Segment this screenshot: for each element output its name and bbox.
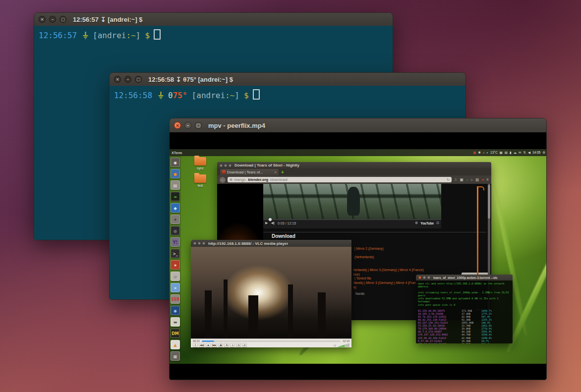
prompt-time: 12:56:57 [39, 31, 77, 40]
adblock-icon: ● [481, 177, 484, 182]
vlc-window-title: http://192.168.1.6:8888/ - VLC media pla… [208, 241, 288, 246]
peer-ip: 125.54.114.54:51413 [418, 342, 462, 343]
settings-button: ≣ [224, 343, 229, 347]
close-icon [220, 164, 223, 167]
settings-gear-icon: ⚙ [415, 221, 418, 225]
home-icon: ⌂ [470, 177, 473, 182]
new-tab-icon: + [281, 169, 284, 175]
system-tray: ▦✱♪◐13°C▩▤▮☁✉⇅◀14:05⚙ [473, 149, 545, 156]
launcher-text-editor: ▱ [171, 272, 180, 281]
session-gear-icon: ⚙ [542, 149, 545, 156]
launcher-trash: ▦ [171, 351, 180, 361]
panel-app-name: XTerm [172, 151, 182, 155]
minimize-icon [224, 164, 227, 167]
maximize-button[interactable]: □ [195, 122, 202, 129]
brightness-icon: ◐ [486, 149, 488, 156]
elapsed-time: 00:22 [193, 339, 200, 342]
menu-icon: ≡ [486, 177, 489, 182]
tower-silhouette [318, 292, 326, 338]
tower-silhouette [205, 290, 212, 338]
ground-symbol-icon [82, 32, 89, 39]
prompt-bracket: ] [136, 31, 141, 40]
shuffle-button: ⇄ [242, 343, 247, 347]
folder-label: test [192, 184, 209, 187]
mirror-link: (Netherlands) [354, 255, 374, 259]
youtube-logo: YouTube [420, 222, 434, 225]
peer-percent: 100.4% [481, 342, 511, 343]
prompt-time: 12:56:58 [114, 91, 152, 100]
volume-slider [337, 343, 349, 347]
seek-progress [202, 340, 214, 342]
close-button[interactable]: × [114, 76, 121, 83]
tower-silhouette [224, 280, 228, 338]
minimize-button[interactable]: – [184, 122, 191, 129]
launcher-firefox: ● [171, 169, 180, 178]
toolbar-icons: ☆▣↓⌂▩●≡ [454, 177, 489, 182]
prompt-user: [andrei [192, 91, 225, 100]
launcher-video-editor: ▬ [171, 317, 180, 327]
volume-level [337, 343, 345, 347]
reading-list-icon: ▣ [460, 177, 464, 182]
vlc-titlebar: http://192.168.1.6:8888/ - VLC media pla… [191, 240, 351, 247]
volume-icon: ◀) [271, 221, 275, 225]
launcher-virtualbox: ◆ [171, 203, 180, 213]
minimize-icon [198, 242, 201, 245]
folder-icon [194, 157, 206, 166]
volume-control: ◁ [333, 343, 349, 347]
launcher-input-tool: + [171, 215, 180, 224]
info-line: info peer queue size is 0 [418, 303, 511, 306]
maximize-button[interactable]: □ [59, 16, 66, 23]
peerflix-titlebar: tears_of_steel_1000p.webm-3.torrent --vl… [416, 275, 513, 280]
peer-row: 125.54.114.54:51413 11.7KB 100.4% [418, 342, 511, 343]
info-line: info streaming tears_of_steel_1000p.webm… [418, 291, 511, 297]
terminal2-titlebar[interactable]: × – □ 12:56:58 ↧ θ75° [andrei:~] $ [110, 73, 465, 86]
page-art-hook [478, 186, 484, 190]
launcher-yahoo: Y! [171, 237, 180, 247]
prompt-home: ~ [131, 31, 136, 40]
tab-close-icon: × [274, 170, 277, 174]
download-heading: Download [272, 233, 295, 239]
firefox-active-tab: Download | Tears of... × [220, 169, 279, 175]
launcher-dosbox: DM [171, 329, 180, 338]
url-domain: blender.org [248, 177, 268, 182]
mpv-video-area[interactable]: XTerm ▦✱♪◐13°C▩▤▮☁✉⇅◀14:05⚙ ◉●▤≈◆+◎Y!>_★… [170, 132, 546, 380]
mail-icon: ✉ [519, 149, 521, 156]
fullscreen-button: ▣ [218, 343, 223, 347]
launcher-terminal: >_ [171, 249, 180, 258]
peer-table: 81.235.44.89:18975 171.5KB 1494.7% 18.10… [418, 309, 511, 343]
prompt-home: ~ [230, 91, 235, 100]
maximize-icon [229, 164, 232, 167]
cloud-icon: ☁ [513, 149, 517, 156]
peerflix-window-title: tears_of_steel_1000p.webm-3.torrent --vl… [433, 276, 498, 280]
scrollbar-thumb [488, 185, 490, 219]
video-top-panel: XTerm ▦✱♪◐13°C▩▤▮☁✉⇅◀14:05⚙ [170, 149, 546, 156]
peerflix-terminal-output: open vlc and enter http://192.168.1.6:88… [416, 280, 513, 343]
launcher-file-manager: ▤ [171, 180, 180, 190]
close-button[interactable]: × [174, 122, 181, 129]
close-button[interactable]: × [39, 16, 46, 23]
window-title: 12:56:57 ↧ [andrei:~] $ [73, 16, 143, 23]
terminal1-titlebar[interactable]: × – □ 12:56:57 ↧ [andrei:~] $ [34, 13, 393, 26]
download-icon: ↓ [466, 177, 468, 182]
video-player-controls: ▶ ◀) 0:03 / 12:15 ⚙ YouTube ⊡ [263, 219, 441, 228]
minimize-button[interactable]: – [49, 16, 56, 23]
loop-button: ⇆ [236, 343, 241, 347]
clock: 14:05 [532, 149, 540, 156]
speaker-icon: ◁ [333, 343, 336, 347]
disk-icon: ▤ [505, 149, 508, 156]
torrent-file-link: | Torrent file [354, 277, 371, 280]
launcher-dictionary: ★ [171, 260, 180, 270]
back-icon: ← [220, 177, 226, 183]
ground-symbol-icon [158, 92, 164, 99]
maximize-button[interactable]: □ [135, 76, 142, 83]
mpv-titlebar[interactable]: × – □ mpv - peerflix.mp4 [170, 118, 546, 132]
video-progress-bar [263, 219, 441, 220]
firefox-titlebar: Download | Tears of Steel - Nightly [217, 162, 491, 168]
seek-bar [202, 340, 341, 342]
prompt-colon: : [126, 31, 131, 40]
close-icon [193, 242, 196, 245]
minimize-button[interactable]: – [124, 76, 131, 83]
section-divider [263, 232, 486, 232]
prompt-colon: : [225, 91, 230, 100]
screenshot-addon-icon: ▩ [475, 177, 479, 182]
